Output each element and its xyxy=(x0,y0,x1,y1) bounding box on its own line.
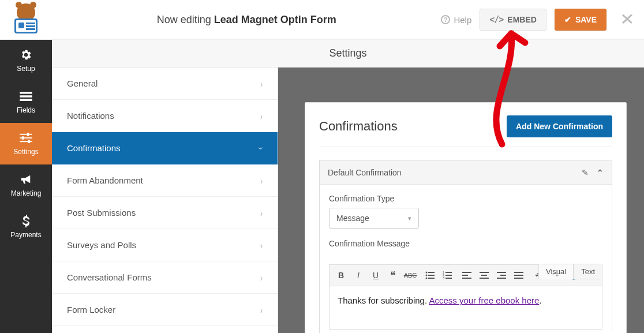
underline-icon[interactable]: U xyxy=(368,267,384,283)
save-label: SAVE xyxy=(575,15,597,24)
svg-rect-20 xyxy=(445,278,452,279)
collapse-icon[interactable]: ⌃ xyxy=(597,168,604,177)
menu-item-general[interactable]: General› xyxy=(52,68,278,100)
settings-menu: General› Notifications› Confirmations› F… xyxy=(52,68,278,333)
align-center-icon[interactable] xyxy=(476,267,492,283)
app-logo xyxy=(0,0,52,40)
editor-content[interactable]: Thanks for subscribing. Access your free… xyxy=(329,286,602,330)
svg-rect-16 xyxy=(445,272,452,273)
panel-title: Confirmations xyxy=(319,119,398,134)
svg-rect-26 xyxy=(480,278,489,279)
editing-prefix: Now editing xyxy=(157,14,214,25)
rail-item-marketing[interactable]: Marketing xyxy=(0,164,52,206)
subheader-title: Settings xyxy=(329,47,366,59)
svg-rect-23 xyxy=(462,278,471,279)
chevron-right-icon: › xyxy=(260,175,263,186)
help-link[interactable]: ? Help xyxy=(441,15,471,25)
chevron-down-icon: ▾ xyxy=(408,215,411,222)
edit-icon[interactable]: ✎ xyxy=(582,168,589,177)
type-label: Confirmation Type xyxy=(329,194,602,203)
svg-rect-10 xyxy=(428,272,435,273)
chevron-right-icon: › xyxy=(260,240,263,251)
help-icon: ? xyxy=(441,15,450,24)
close-button[interactable]: ✕ xyxy=(620,12,634,28)
chevron-right-icon: › xyxy=(260,304,263,316)
message-suffix: . xyxy=(539,295,541,305)
select-value: Message xyxy=(336,214,369,223)
rail-label: Marketing xyxy=(11,189,42,197)
svg-point-11 xyxy=(426,275,428,276)
confirmation-accordion: Default Confirmation ✎ ⌃ Confirmation Ty… xyxy=(319,160,612,333)
rail-item-settings[interactable]: Settings xyxy=(0,123,52,164)
editor-tab-text[interactable]: Text xyxy=(574,264,602,279)
rail-item-payments[interactable]: Payments xyxy=(0,206,52,248)
align-right-icon[interactable] xyxy=(493,267,510,283)
svg-rect-0 xyxy=(20,92,32,94)
align-left-icon[interactable] xyxy=(459,267,475,283)
confirmation-type-select[interactable]: Message ▾ xyxy=(329,208,419,229)
svg-point-13 xyxy=(426,278,428,279)
menu-item-notifications[interactable]: Notifications› xyxy=(52,100,278,132)
rich-text-editor: Visual Text B I U ❝ ABC xyxy=(329,264,602,330)
svg-rect-4 xyxy=(27,133,29,136)
align-justify-icon[interactable] xyxy=(511,267,527,283)
svg-rect-21 xyxy=(462,272,471,273)
menu-item-confirmations[interactable]: Confirmations› xyxy=(52,132,278,164)
svg-rect-24 xyxy=(480,272,489,273)
list-icon xyxy=(20,90,32,103)
rail-item-fields[interactable]: Fields xyxy=(0,81,52,123)
accordion-header[interactable]: Default Confirmation ✎ ⌃ xyxy=(320,160,612,185)
svg-rect-1 xyxy=(20,95,32,98)
code-icon: </> xyxy=(489,14,503,25)
svg-rect-6 xyxy=(22,136,24,139)
bold-icon[interactable]: B xyxy=(333,267,349,283)
svg-rect-27 xyxy=(497,272,506,273)
svg-rect-22 xyxy=(462,275,468,276)
chevron-right-icon: › xyxy=(260,272,263,283)
svg-rect-31 xyxy=(514,275,523,276)
canvas: Confirmations Add New Confirmation Defau… xyxy=(278,68,644,333)
italic-icon[interactable]: I xyxy=(350,267,366,283)
bullet-list-icon[interactable] xyxy=(422,267,438,283)
message-link[interactable]: Access your free ebook here xyxy=(429,295,539,305)
svg-rect-14 xyxy=(428,278,435,279)
svg-rect-5 xyxy=(20,137,32,139)
svg-rect-32 xyxy=(514,278,523,279)
svg-text:3: 3 xyxy=(443,276,444,279)
sliders-icon xyxy=(20,132,32,144)
form-name: Lead Magnet Optin Form xyxy=(214,14,336,25)
svg-rect-12 xyxy=(428,275,435,276)
editing-title: Now editing Lead Magnet Optin Form xyxy=(52,14,441,26)
left-rail: Setup Fields Settings Marketing Payments xyxy=(0,40,52,333)
embed-label: EMBED xyxy=(507,15,537,24)
save-button[interactable]: ✔ SAVE xyxy=(555,9,606,31)
menu-item-post-submissions[interactable]: Post Submissions› xyxy=(52,197,278,229)
rail-label: Setup xyxy=(17,65,35,73)
svg-rect-18 xyxy=(445,275,452,276)
accordion-title: Default Confirmation xyxy=(328,168,402,177)
menu-item-conversational[interactable]: Conversational Forms› xyxy=(52,261,278,294)
chevron-right-icon: › xyxy=(260,78,263,89)
rail-item-setup[interactable]: Setup xyxy=(0,40,52,81)
menu-item-form-abandonment[interactable]: Form Abandonment› xyxy=(52,164,278,197)
strikethrough-icon[interactable]: ABC xyxy=(402,267,418,283)
top-bar: Now editing Lead Magnet Optin Form ? Hel… xyxy=(0,0,644,40)
numbered-list-icon[interactable]: 123 xyxy=(439,267,455,283)
rail-label: Payments xyxy=(10,231,41,239)
sub-header: Settings xyxy=(52,40,644,68)
rail-label: Settings xyxy=(13,148,38,156)
chevron-right-icon: › xyxy=(260,207,263,219)
svg-rect-8 xyxy=(28,140,31,143)
svg-rect-29 xyxy=(497,278,506,279)
check-icon: ✔ xyxy=(564,15,571,24)
confirmations-panel: Confirmations Add New Confirmation Defau… xyxy=(305,102,627,333)
redo-icon[interactable]: ↷ xyxy=(548,267,564,283)
menu-item-form-locker[interactable]: Form Locker› xyxy=(52,294,278,326)
menu-item-surveys-polls[interactable]: Surveys and Polls› xyxy=(52,229,278,261)
add-confirmation-button[interactable]: Add New Confirmation xyxy=(507,115,612,137)
svg-rect-2 xyxy=(20,99,32,101)
quote-icon[interactable]: ❝ xyxy=(385,267,401,283)
chevron-right-icon: › xyxy=(260,110,263,122)
embed-button[interactable]: </> EMBED xyxy=(480,9,546,31)
help-label: Help xyxy=(454,15,471,25)
